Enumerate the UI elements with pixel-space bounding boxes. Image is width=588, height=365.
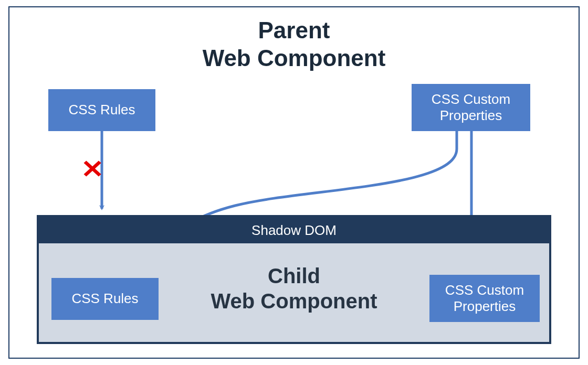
parent-title: Parent Web Component — [9, 17, 579, 72]
parent-title-line2: Web Component — [203, 45, 386, 71]
child-title-line2: Web Component — [211, 289, 377, 313]
parent-css-custom-line2: Properties — [440, 108, 502, 123]
parent-css-rules-box: CSS Rules — [48, 89, 155, 131]
child-css-custom-line1: CSS Custom — [445, 282, 524, 298]
shadow-dom-header: Shadow DOM — [39, 217, 549, 243]
child-css-custom-props-box: CSS Custom Properties — [429, 275, 540, 322]
parent-title-line1: Parent — [258, 17, 330, 43]
parent-css-rules-label: CSS Rules — [68, 102, 135, 118]
blocked-x-icon: ✕ — [81, 154, 104, 184]
parent-component-frame: Parent Web Component CSS Rules CSS Custo… — [8, 6, 580, 359]
child-css-custom-line2: Properties — [454, 298, 516, 314]
child-title-line1: Child — [268, 264, 320, 287]
parent-css-custom-line1: CSS Custom — [432, 91, 510, 107]
parent-css-custom-props-box: CSS Custom Properties — [412, 84, 530, 131]
shadow-dom-label: Shadow DOM — [251, 222, 337, 239]
blocked-x-glyph: ✕ — [81, 155, 104, 183]
child-css-rules-box: CSS Rules — [51, 278, 159, 320]
child-css-rules-label: CSS Rules — [71, 291, 138, 307]
shadow-dom-container: Shadow DOM Child Web Component CSS Rules… — [37, 215, 551, 344]
